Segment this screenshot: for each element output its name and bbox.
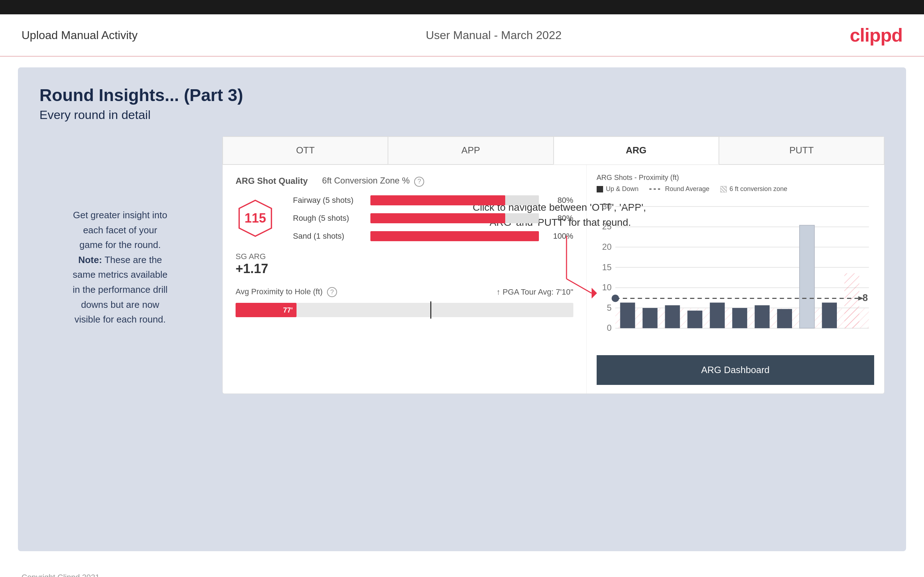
insight-text: Get greater insight into each facet of y… xyxy=(39,208,201,327)
svg-point-33 xyxy=(611,295,619,302)
bar-sand xyxy=(370,231,539,241)
svg-rect-28 xyxy=(800,225,815,328)
chart-legend: Up & Down Round Average 6 ft conversion … xyxy=(597,185,874,193)
right-chart-panel: ARG Shots - Proximity (ft) Up & Down Rou… xyxy=(586,165,884,393)
legend-up-down: Up & Down xyxy=(597,185,638,193)
tab-putt[interactable]: PUTT xyxy=(719,137,884,164)
svg-rect-22 xyxy=(665,305,680,328)
svg-text:15: 15 xyxy=(602,262,612,272)
svg-rect-26 xyxy=(754,305,769,328)
tabs: OTT APP ARG PUTT xyxy=(223,137,884,165)
proximity-cursor xyxy=(430,301,431,319)
chart-header: ARG Shots - Proximity (ft) xyxy=(597,174,874,182)
arg-shot-quality-label: ARG Shot Quality xyxy=(236,176,308,186)
legend-dashed-icon xyxy=(649,189,662,190)
svg-text:20: 20 xyxy=(602,242,612,251)
arg-dashboard-button[interactable]: ARG Dashboard xyxy=(597,355,874,385)
hex-value: 115 xyxy=(244,211,266,226)
bar-fill-sand xyxy=(370,231,539,241)
bar-fill-fairway xyxy=(370,195,505,205)
header: Upload Manual Activity User Manual - Mar… xyxy=(0,15,924,56)
arg-header: ARG Shot Quality 6ft Conversion Zone % ? xyxy=(236,176,573,187)
copyright-label: Copyright Clippd 2021 xyxy=(21,573,100,577)
card-area: Get greater insight into each facet of y… xyxy=(39,136,885,394)
svg-text:10: 10 xyxy=(602,282,612,292)
bar-fairway xyxy=(370,195,539,205)
shot-row-rough: Rough (5 shots) 80% xyxy=(293,213,573,223)
svg-text:0: 0 xyxy=(607,323,611,333)
hex-wrapper: 115 Fairway (5 shots) 80% xyxy=(236,195,573,241)
manual-date-label: User Manual - March 2022 xyxy=(426,29,562,42)
shot-label-fairway: Fairway (5 shots) xyxy=(293,196,365,205)
proximity-value: 77' xyxy=(283,306,292,314)
legend-up-down-label: Up & Down xyxy=(606,185,638,193)
arrow-container xyxy=(559,236,603,302)
svg-rect-24 xyxy=(709,303,725,328)
upload-manual-label: Upload Manual Activity xyxy=(21,29,138,42)
chart-title: ARG Shots - Proximity (ft) xyxy=(597,174,679,181)
top-section: Round Insights... (Part 3) Every round i… xyxy=(39,85,885,122)
sg-label: SG ARG xyxy=(236,252,573,261)
proximity-help-icon[interactable]: ? xyxy=(327,287,337,297)
svg-line-1 xyxy=(567,279,591,293)
bar-rough xyxy=(370,213,539,223)
top-bar xyxy=(0,0,924,15)
chart-svg-container: 30 25 20 15 10 5 0 xyxy=(597,198,874,350)
tab-arg[interactable]: ARG xyxy=(554,137,719,164)
svg-rect-27 xyxy=(777,309,792,328)
left-panel: Get greater insight into each facet of y… xyxy=(39,136,201,394)
legend-hatched-icon xyxy=(720,186,727,192)
clippd-logo: clippd xyxy=(850,24,903,46)
help-icon[interactable]: ? xyxy=(414,177,424,187)
legend-round-avg: Round Average xyxy=(649,185,709,193)
proximity-label: Avg Proximity to Hole (ft) ? xyxy=(236,287,337,297)
svg-rect-25 xyxy=(732,308,747,328)
proximity-bar: 77' xyxy=(236,303,573,317)
conversion-text: 6ft Conversion Zone % xyxy=(322,176,409,185)
section-title: Round Insights... (Part 3) xyxy=(39,85,885,105)
svg-text:5: 5 xyxy=(607,303,611,313)
svg-text:30: 30 xyxy=(602,201,612,211)
section-subtitle: Every round in detail xyxy=(39,108,885,122)
svg-rect-23 xyxy=(687,311,703,328)
proximity-header: Avg Proximity to Hole (ft) ? ↑ PGA Tour … xyxy=(236,287,573,297)
insight-note: Note: xyxy=(78,255,102,265)
legend-square-icon xyxy=(597,186,603,192)
bar-chart: 30 25 20 15 10 5 0 xyxy=(597,198,874,348)
shot-label-sand: Sand (1 shots) xyxy=(293,232,365,241)
legend-6ft: 6 ft conversion zone xyxy=(720,185,787,193)
shot-rows: Fairway (5 shots) 80% Rough (5 shots) xyxy=(293,195,573,241)
legend-round-avg-label: Round Average xyxy=(665,185,709,193)
hexagon-score: 115 xyxy=(236,198,275,238)
sg-value: +1.17 xyxy=(236,261,573,276)
svg-rect-29 xyxy=(822,303,837,328)
main-content: Round Insights... (Part 3) Every round i… xyxy=(18,68,906,551)
svg-rect-20 xyxy=(620,303,635,328)
left-data-panel: ARG Shot Quality 6ft Conversion Zone % ? xyxy=(223,165,586,393)
tab-app[interactable]: APP xyxy=(388,137,553,164)
proximity-fill: 77' xyxy=(236,303,297,317)
shot-row-sand: Sand (1 shots) 100% xyxy=(293,231,573,241)
svg-text:25: 25 xyxy=(602,221,612,231)
conversion-zone-label: 6ft Conversion Zone % ? xyxy=(322,176,424,187)
shot-label-rough: Rough (5 shots) xyxy=(293,214,365,223)
card-body: ARG Shot Quality 6ft Conversion Zone % ? xyxy=(223,165,884,393)
shot-row-fairway: Fairway (5 shots) 80% xyxy=(293,195,573,205)
bar-fill-rough xyxy=(370,213,505,223)
footer: Copyright Clippd 2021 xyxy=(0,562,924,577)
dashboard-card: OTT APP ARG PUTT ARG Shot Quality 6ft Co… xyxy=(222,136,885,394)
svg-rect-30 xyxy=(845,273,859,328)
svg-text:8: 8 xyxy=(862,292,868,303)
legend-6ft-label: 6 ft conversion zone xyxy=(730,185,787,193)
tab-ott[interactable]: OTT xyxy=(223,137,388,164)
sg-section: SG ARG +1.17 xyxy=(236,252,573,276)
svg-marker-2 xyxy=(591,288,597,298)
svg-rect-21 xyxy=(643,308,657,328)
